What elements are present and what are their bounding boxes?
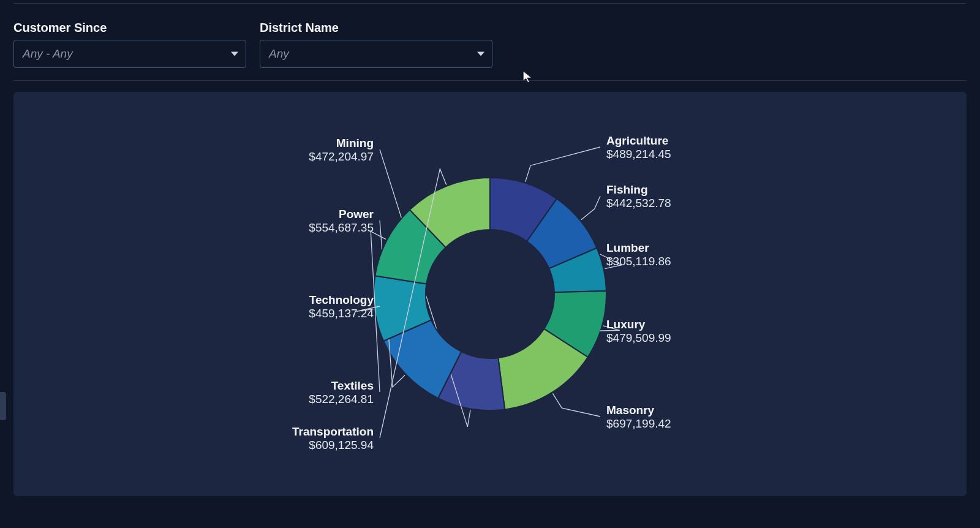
- donut-chart: Agriculture$489,214.45Fishing$442,532.78…: [214, 110, 766, 478]
- customer-since-select[interactable]: Any - Any: [13, 40, 246, 68]
- slice-label-lumber: Lumber$305,119.86: [606, 241, 671, 268]
- chart-card: Agriculture$489,214.45Fishing$442,532.78…: [13, 92, 967, 496]
- slice-label-value: $489,214.45: [606, 148, 671, 160]
- slice-label-value: $609,125.94: [309, 439, 374, 451]
- slice-label-value: $459,137.24: [309, 307, 374, 320]
- slice-label-value: $697,199.42: [606, 417, 671, 430]
- slice-label-value: $554,687.35: [309, 221, 374, 234]
- slice-label-textiles: Textiles$522,264.81: [309, 379, 374, 405]
- slice-label-fishing: Fishing$442,532.78: [606, 183, 671, 209]
- leader-line: [526, 147, 600, 182]
- slice-label-name: Agriculture: [606, 134, 668, 147]
- district-name-value: Any: [269, 47, 289, 61]
- slice-label-name: Mining: [336, 137, 374, 149]
- filter-customer-since: Customer Since Any - Any: [13, 21, 246, 68]
- slice-label-value: $472,204.97: [309, 150, 374, 163]
- slice-label-name: Transportation: [292, 425, 374, 438]
- chevron-down-icon: [231, 52, 238, 56]
- customer-since-value: Any - Any: [23, 47, 73, 61]
- chevron-down-icon: [477, 52, 484, 56]
- slice-label-name: Masonry: [606, 404, 655, 417]
- slice-label-masonry: Masonry$697,199.42: [606, 404, 671, 430]
- filter-label-district-name: District Name: [260, 21, 492, 35]
- slice-label-value: $479,509.99: [606, 331, 671, 344]
- slice-label-technology: Technology$459,137.24: [309, 293, 374, 320]
- side-drawer-handle[interactable]: [0, 392, 6, 420]
- slice-label-value: $305,119.86: [606, 255, 671, 268]
- filter-label-customer-since: Customer Since: [13, 21, 246, 35]
- slice-label-name: Lumber: [606, 241, 649, 254]
- slice-label-name: Luxury: [606, 318, 646, 331]
- slice-label-luxury: Luxury$479,509.99: [606, 318, 671, 344]
- filter-district-name: District Name Any: [260, 21, 492, 68]
- leader-line: [552, 393, 600, 417]
- district-name-select[interactable]: Any: [260, 40, 492, 68]
- slice-label-transportation: Transportation$609,125.94: [292, 425, 374, 451]
- slice-label-name: Power: [339, 208, 374, 221]
- slice-label-agriculture: Agriculture$489,214.45: [606, 134, 671, 160]
- slice-label-value: $442,532.78: [606, 197, 671, 209]
- slice-label-mining: Mining$472,204.97: [309, 137, 374, 163]
- slice-label-name: Textiles: [331, 379, 374, 392]
- slice-label-power: Power$554,687.35: [309, 208, 374, 234]
- slice-label-name: Technology: [309, 293, 374, 306]
- slice-label-value: $522,264.81: [309, 393, 374, 405]
- top-divider: [13, 0, 967, 4]
- slice-label-name: Fishing: [606, 183, 648, 196]
- filter-bar: Customer Since Any - Any District Name A…: [13, 21, 967, 81]
- leader-line: [581, 196, 600, 220]
